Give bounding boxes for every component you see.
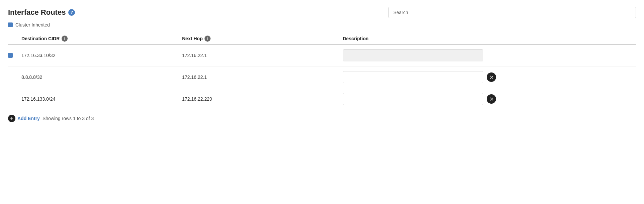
table-row: 8.8.8.8/32 172.16.22.1 ✕ (8, 66, 636, 88)
remove-row-button[interactable]: ✕ (487, 94, 496, 104)
description-input[interactable] (343, 49, 483, 61)
col-header-destination-cidr: Destination CIDR i (21, 36, 182, 42)
next-hop-info-icon[interactable]: i (205, 36, 211, 42)
destination-cidr-cell: 8.8.8.8/32 (21, 74, 182, 80)
add-entry-label: Add Entry (17, 116, 40, 121)
add-entry-button[interactable]: + Add Entry (8, 115, 40, 122)
page-title: Interface Routes (8, 8, 66, 17)
next-hop-cell: 172.16.22.229 (182, 96, 343, 102)
footer-row: + Add Entry Showing rows 1 to 3 of 3 (8, 110, 636, 122)
next-hop-cell: 172.16.22.1 (182, 53, 343, 58)
col-header-next-hop: Next Hop i (182, 36, 343, 42)
col-header-indicator (8, 36, 21, 42)
description-cell: ✕ (343, 71, 636, 83)
cluster-inherited-label: Cluster Inherited (15, 22, 50, 28)
routes-table: Destination CIDR i Next Hop i Descriptio… (8, 33, 636, 110)
table-row: 172.16.133.0/24 172.16.22.229 ✕ (8, 88, 636, 110)
destination-cidr-cell: 172.16.33.10/32 (21, 53, 182, 58)
row-indicator (8, 53, 21, 58)
add-icon: + (8, 115, 15, 122)
search-input[interactable] (388, 7, 636, 18)
col-header-description: Description (343, 36, 636, 42)
help-icon[interactable]: ? (68, 9, 75, 16)
next-hop-cell: 172.16.22.1 (182, 74, 343, 80)
header-row: Interface Routes ? (8, 7, 636, 18)
legend-row: Cluster Inherited (8, 22, 636, 28)
description-cell: ✕ (343, 93, 636, 105)
title-group: Interface Routes ? (8, 8, 75, 17)
remove-row-button[interactable]: ✕ (487, 72, 496, 82)
description-cell (343, 49, 636, 61)
description-input[interactable] (343, 93, 483, 105)
destination-cidr-cell: 172.16.133.0/24 (21, 96, 182, 102)
inherited-indicator-icon (8, 53, 13, 58)
description-input[interactable] (343, 71, 483, 83)
table-header: Destination CIDR i Next Hop i Descriptio… (8, 33, 636, 45)
rows-info: Showing rows 1 to 3 of 3 (43, 116, 94, 121)
cluster-inherited-indicator (8, 22, 13, 27)
destination-cidr-info-icon[interactable]: i (62, 36, 68, 42)
table-row: 172.16.33.10/32 172.16.22.1 (8, 45, 636, 66)
